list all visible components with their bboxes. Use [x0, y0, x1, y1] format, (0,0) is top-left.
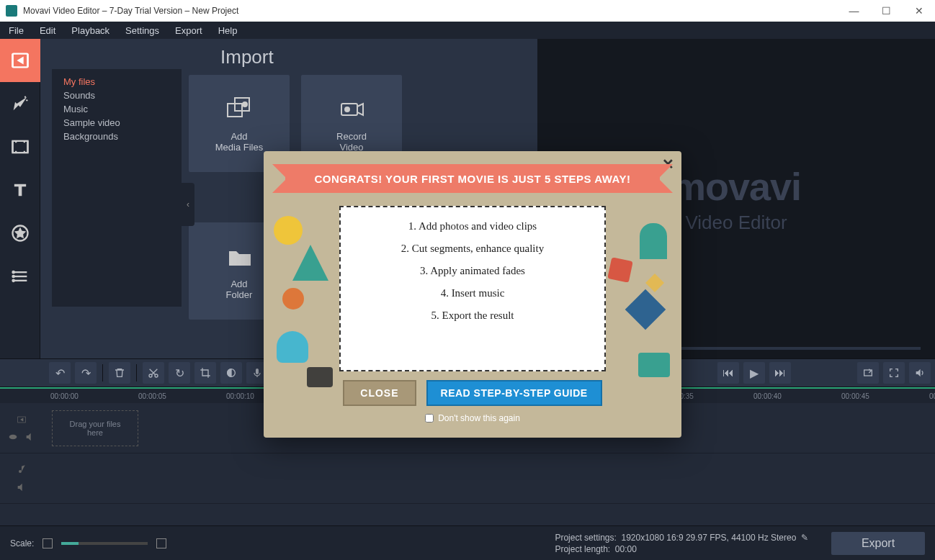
doodle-clapper	[307, 367, 333, 387]
menu-playback[interactable]: Playback	[71, 25, 109, 36]
tile-record-video-label: Record Video	[336, 131, 367, 153]
collapse-handle[interactable]: ‹	[182, 183, 194, 226]
cat-sounds[interactable]: Sounds	[63, 89, 170, 102]
window-title: Movavi Video Editor – 7-Day Trial Versio…	[23, 6, 238, 16]
svg-point-22	[9, 434, 17, 439]
preview-product: Video Editor	[685, 212, 787, 234]
audio-track-head	[0, 464, 43, 493]
ruler-tick: 00:00:05	[138, 392, 174, 400]
speaker-icon[interactable]	[24, 431, 36, 443]
prev-frame-button[interactable]: ⏮	[717, 362, 739, 384]
minimize-button[interactable]: —	[838, 0, 870, 22]
speaker-icon[interactable]	[16, 482, 27, 493]
menu-settings[interactable]: Settings	[125, 25, 159, 36]
zoom-in-icon[interactable]	[156, 538, 166, 548]
window-controls: — ☐ ✕	[838, 0, 935, 22]
ruler-tick: 00:00:50	[929, 392, 935, 400]
volume-button[interactable]	[909, 362, 931, 384]
zoom-out-icon[interactable]	[42, 538, 53, 548]
settings-label: Project settings:	[555, 533, 616, 543]
export-label: Export	[862, 537, 895, 550]
audio-track[interactable]	[0, 453, 935, 504]
doodle-headphones	[640, 223, 667, 259]
crop-button[interactable]	[194, 362, 216, 384]
tool-transitions[interactable]	[0, 125, 40, 168]
tool-more[interactable]	[0, 255, 40, 298]
menu-edit[interactable]: Edit	[40, 25, 55, 36]
cat-sample-video[interactable]: Sample video	[63, 116, 170, 130]
modal-guide-button[interactable]: READ STEP-BY-STEP GUIDE	[426, 380, 602, 406]
step-2: 2. Cut segments, enhance quality	[401, 243, 544, 255]
media-files-icon	[225, 95, 254, 124]
menu-help[interactable]: Help	[218, 25, 238, 36]
cat-music[interactable]: Music	[63, 102, 170, 116]
export-button[interactable]: Export	[831, 532, 925, 555]
eye-icon[interactable]	[7, 431, 19, 443]
delete-button[interactable]	[109, 362, 130, 384]
menu-export[interactable]: Export	[175, 25, 202, 36]
modal-steps-card: 1. Add photos and video clips 2. Cut seg…	[339, 206, 606, 371]
redo-button[interactable]: ↷	[75, 362, 97, 384]
preview-brand: movavi	[671, 164, 801, 209]
menubar: File Edit Playback Settings Export Help	[0, 22, 935, 39]
folder-icon	[225, 243, 254, 271]
svg-point-10	[13, 280, 14, 281]
color-button[interactable]	[220, 362, 242, 384]
tool-stickers[interactable]	[0, 212, 40, 255]
drop-hint: Drag your files here	[70, 420, 121, 437]
modal-close-button[interactable]: CLOSE	[343, 380, 416, 406]
svg-point-8	[13, 271, 14, 273]
tile-add-media-label: Add Media Files	[215, 131, 263, 153]
length-value: 00:00	[615, 544, 637, 554]
svg-point-14	[345, 107, 349, 112]
next-frame-button[interactable]: ⏭	[769, 362, 791, 384]
fullscreen-button[interactable]	[883, 362, 905, 384]
scale-slider[interactable]	[61, 542, 148, 545]
ruler-tick: 00:00:45	[841, 392, 877, 400]
modal-banner-text: CONGRATS! YOUR FIRST MOVIE IS JUST 5 STE…	[314, 173, 630, 185]
video-track-head	[0, 414, 43, 443]
cat-my-files[interactable]: My files	[63, 75, 170, 89]
doodle-bulb	[282, 288, 304, 310]
step-4: 4. Insert music	[441, 287, 505, 299]
camera-icon	[337, 95, 366, 124]
modal-banner: CONGRATS! YOUR FIRST MOVIE IS JUST 5 STE…	[285, 164, 660, 193]
tool-titles[interactable]	[0, 168, 40, 212]
film-icon	[16, 414, 27, 425]
cat-backgrounds[interactable]: Backgrounds	[63, 130, 170, 143]
loop-button[interactable]	[857, 362, 879, 384]
dont-show-label[interactable]: Don't show this again	[438, 413, 520, 423]
cut-button[interactable]	[143, 362, 164, 384]
menu-file[interactable]: File	[9, 25, 24, 36]
ruler-tick: 00:00:40	[753, 392, 789, 400]
dont-show-checkbox[interactable]	[425, 414, 434, 423]
svg-point-9	[13, 276, 14, 277]
play-button[interactable]: ▶	[743, 362, 765, 384]
modal-dont-show: Don't show this again	[264, 413, 681, 423]
tool-filters[interactable]	[0, 82, 40, 125]
guide-label: READ STEP-BY-STEP GUIDE	[441, 387, 588, 399]
maximize-button[interactable]: ☐	[870, 0, 903, 22]
svg-point-2	[26, 99, 27, 101]
rotate-button[interactable]: ↻	[169, 362, 190, 384]
step-3: 3. Apply animated fades	[420, 265, 525, 277]
doodle-star	[292, 245, 328, 281]
ruler-tick: 00:00:00	[50, 392, 86, 400]
doodle-circle	[274, 216, 303, 245]
doodle-gem	[625, 289, 666, 330]
video-drop-zone[interactable]: Drag your files here	[52, 410, 138, 446]
left-toolbar	[0, 39, 40, 358]
tool-import[interactable]	[0, 39, 40, 82]
scale-label: Scale:	[10, 538, 34, 548]
length-label: Project length:	[555, 544, 610, 554]
app-icon	[6, 5, 17, 17]
step-5: 5. Export the result	[431, 310, 514, 322]
svg-rect-18	[256, 369, 259, 374]
svg-point-1	[24, 96, 26, 98]
doodle-folder	[638, 353, 670, 377]
music-note-icon	[16, 464, 27, 476]
titlebar: Movavi Video Editor – 7-Day Trial Versio…	[0, 0, 935, 22]
close-button[interactable]: ✕	[903, 0, 935, 22]
edit-settings-icon[interactable]: ✎	[801, 533, 808, 543]
undo-button[interactable]: ↶	[49, 362, 71, 384]
